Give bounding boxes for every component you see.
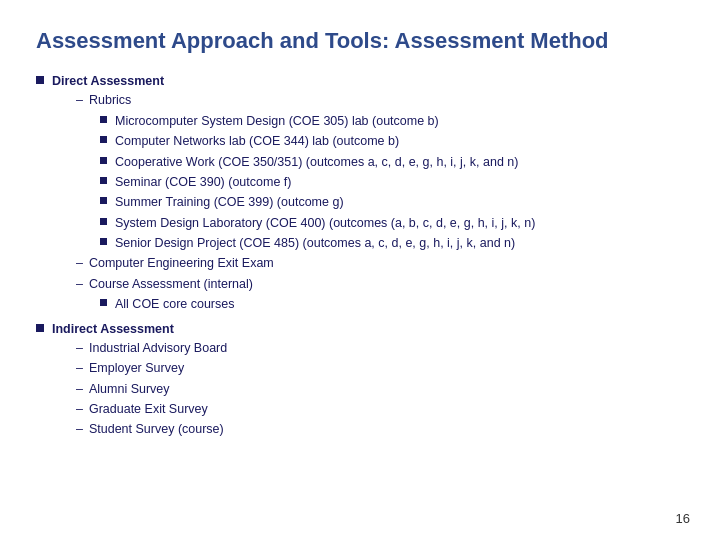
small-bullet-icon: [100, 238, 107, 245]
rubric-text-5: Summer Training (COE 399) (outcome g): [115, 193, 344, 212]
rubric-text-1: Microcomputer System Design (COE 305) la…: [115, 112, 439, 131]
employer-survey-label: Employer Survey: [89, 359, 184, 378]
student-survey-label: Student Survey (course): [89, 420, 224, 439]
rubric-item-6: System Design Laboratory (COE 400) (outc…: [52, 214, 684, 233]
rubric-item-2: Computer Networks lab (COE 344) lab (out…: [52, 132, 684, 151]
rubric-item-5: Summer Training (COE 399) (outcome g): [52, 193, 684, 212]
rubrics-label: Rubrics: [89, 91, 131, 110]
bullet-icon: [36, 324, 44, 332]
rubric-text-7: Senior Design Project (COE 485) (outcome…: [115, 234, 515, 253]
coe-core-text: All COE core courses: [115, 295, 234, 314]
dash-icon: –: [76, 359, 83, 378]
bullet-icon: [36, 76, 44, 84]
exit-exam-label: Computer Engineering Exit Exam: [89, 254, 274, 273]
course-assessment-item: – Course Assessment (internal): [52, 275, 684, 294]
dash-icon: –: [76, 420, 83, 439]
content-area: Direct Assessment – Rubrics Microcompute…: [36, 72, 684, 441]
rubric-item-7: Senior Design Project (COE 485) (outcome…: [52, 234, 684, 253]
dash-icon: –: [76, 91, 83, 110]
small-bullet-icon: [100, 197, 107, 204]
slide: Assessment Approach and Tools: Assessmen…: [0, 0, 720, 540]
exit-exam-item: – Computer Engineering Exit Exam: [52, 254, 684, 273]
small-bullet-icon: [100, 116, 107, 123]
indirect-assessment-content: Indirect Assessment – Industrial Advisor…: [52, 320, 684, 441]
dash-icon: –: [76, 400, 83, 419]
dash-icon: –: [76, 275, 83, 294]
page-number: 16: [676, 511, 690, 526]
iab-item: – Industrial Advisory Board: [52, 339, 684, 358]
rubric-text-4: Seminar (COE 390) (outcome f): [115, 173, 291, 192]
iab-label: Industrial Advisory Board: [89, 339, 227, 358]
rubric-item-1: Microcomputer System Design (COE 305) la…: [52, 112, 684, 131]
rubric-text-6: System Design Laboratory (COE 400) (outc…: [115, 214, 535, 233]
small-bullet-icon: [100, 218, 107, 225]
dash-icon: –: [76, 254, 83, 273]
indirect-assessment-item: Indirect Assessment – Industrial Advisor…: [36, 320, 684, 441]
rubric-item-3: Cooperative Work (COE 350/351) (outcomes…: [52, 153, 684, 172]
rubric-text-2: Computer Networks lab (COE 344) lab (out…: [115, 132, 399, 151]
direct-assessment-item: Direct Assessment – Rubrics Microcompute…: [36, 72, 684, 316]
dash-icon: –: [76, 380, 83, 399]
small-bullet-icon: [100, 157, 107, 164]
graduate-exit-item: – Graduate Exit Survey: [52, 400, 684, 419]
dash-icon: –: [76, 339, 83, 358]
rubric-item-4: Seminar (COE 390) (outcome f): [52, 173, 684, 192]
indirect-assessment-label: Indirect Assessment: [52, 322, 174, 336]
direct-assessment-label: Direct Assessment: [52, 74, 164, 88]
alumni-survey-item: – Alumni Survey: [52, 380, 684, 399]
small-bullet-icon: [100, 136, 107, 143]
rubric-text-3: Cooperative Work (COE 350/351) (outcomes…: [115, 153, 518, 172]
employer-survey-item: – Employer Survey: [52, 359, 684, 378]
direct-assessment-content: Direct Assessment – Rubrics Microcompute…: [52, 72, 684, 316]
small-bullet-icon: [100, 299, 107, 306]
student-survey-item: – Student Survey (course): [52, 420, 684, 439]
rubrics-item: – Rubrics: [52, 91, 684, 110]
coe-core-item: All COE core courses: [52, 295, 684, 314]
course-assessment-label: Course Assessment (internal): [89, 275, 253, 294]
slide-title: Assessment Approach and Tools: Assessmen…: [36, 28, 684, 54]
graduate-exit-label: Graduate Exit Survey: [89, 400, 208, 419]
small-bullet-icon: [100, 177, 107, 184]
alumni-survey-label: Alumni Survey: [89, 380, 170, 399]
